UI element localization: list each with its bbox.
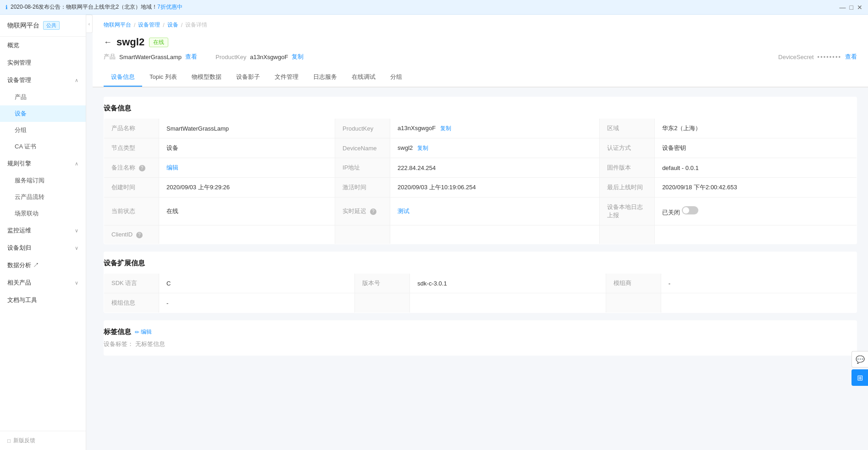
breadcrumb-device-mgmt[interactable]: 设备管理 [138, 21, 160, 29]
test-latency-btn[interactable]: 测试 [398, 208, 409, 214]
info-icon[interactable]: ? [136, 232, 143, 238]
meta-product-link[interactable]: 查看 [185, 53, 197, 61]
grid-float-btn[interactable]: ⊞ [851, 369, 868, 386]
meta-productkey: ProductKey a13nXsgwgoF 复制 [216, 53, 304, 61]
tab-online-debug[interactable]: 在线调试 [344, 68, 383, 87]
sidebar: 物联网平台 公共 概览 实例管理 设备管理 ∧ 产品 设备 分组 CA 证书 规… [0, 15, 86, 450]
field-value: default - 0.0.1 [655, 158, 857, 178]
close-btn[interactable]: ✕ [857, 4, 862, 11]
field-value: 2020/09/03 上午10:19:06.254 [390, 178, 600, 198]
field-label: DeviceName [335, 138, 390, 158]
meta-productkey-copy[interactable]: 复制 [292, 53, 304, 61]
tags-title: 标签信息 [104, 328, 131, 336]
field-value: 已关闭 [655, 198, 857, 225]
sidebar-item-data-analysis[interactable]: 数据分析 ↗ [0, 257, 86, 274]
field-label: ProductKey [335, 119, 390, 138]
copy-devicename-btn[interactable]: 复制 [417, 145, 428, 151]
field-label [606, 293, 661, 313]
tab-thing-model[interactable]: 物模型数据 [184, 68, 229, 87]
sidebar-section-monitor[interactable]: 监控运维 ∨ [0, 222, 86, 239]
sidebar-header: 物联网平台 公共 [0, 15, 86, 37]
field-label: IP地址 [335, 158, 390, 178]
app-badge: 公共 [43, 21, 60, 30]
tab-device-info[interactable]: 设备信息 [104, 68, 142, 87]
sidebar-label-device-category: 设备划归 [7, 244, 31, 252]
tags-content: 设备标签： 无标签信息 [104, 340, 857, 348]
tags-edit-btn[interactable]: ✏ 编辑 [135, 328, 152, 336]
log-upload-toggle[interactable] [682, 206, 698, 214]
sidebar-section-device-category[interactable]: 设备划归 ∨ [0, 239, 86, 257]
table-row: 产品名称 SmartWaterGrassLamp ProductKey a13n… [104, 119, 857, 138]
sidebar-collapse-btn[interactable]: ‹ [86, 15, 93, 33]
breadcrumb-sep3: / [181, 22, 182, 28]
sidebar-item-overview[interactable]: 概览 [0, 37, 86, 54]
field-value: 华东2（上海） [655, 119, 857, 138]
sidebar-item-device[interactable]: 设备 [0, 105, 86, 122]
copy-productkey-btn[interactable]: 复制 [440, 125, 451, 132]
edit-icon: ✏ [135, 329, 139, 335]
page-header: ← swgl2 在线 产品 SmartWaterGrassLamp 查看 Pro… [93, 33, 868, 68]
window-controls: — □ ✕ [840, 4, 862, 11]
table-row: ClientID ? [104, 225, 857, 244]
table-row: 模组信息 - [104, 293, 857, 313]
chat-float-btn[interactable]: 💬 [851, 351, 868, 368]
sidebar-item-ca-cert[interactable]: CA 证书 [0, 138, 86, 155]
sidebar-item-docs[interactable]: 文档与工具 [0, 291, 86, 309]
back-button[interactable]: ← [104, 38, 112, 47]
sidebar-item-instance[interactable]: 实例管理 [0, 54, 86, 71]
field-label: SDK 语言 [104, 274, 159, 293]
field-value: 测试 [390, 198, 600, 225]
info-icon[interactable]: ? [370, 209, 376, 215]
sidebar-section-rules[interactable]: 规则引擎 ∧ [0, 155, 86, 172]
chevron-down-icon-related: ∨ [75, 280, 78, 286]
info-icon[interactable]: ? [139, 165, 145, 171]
sidebar-item-group[interactable]: 分组 [0, 122, 86, 138]
tab-group[interactable]: 分组 [383, 68, 409, 87]
maximize-btn[interactable]: □ [850, 4, 853, 11]
content-area: 设备信息 产品名称 SmartWaterGrassLamp ProductKey… [93, 88, 868, 450]
field-label [355, 293, 410, 313]
page-title: swgl2 [116, 36, 144, 48]
device-info-section: 设备信息 产品名称 SmartWaterGrassLamp ProductKey… [104, 97, 857, 244]
meta-devicesecret: DeviceSecret •••••••• 查看 [778, 53, 857, 61]
field-value: C [159, 274, 355, 293]
tags-section: 标签信息 ✏ 编辑 设备标签： 无标签信息 [104, 320, 857, 356]
tab-topic-list[interactable]: Topic 列表 [142, 68, 184, 87]
sidebar-label-docs: 文档与工具 [7, 296, 37, 304]
field-value: 2020/09/03 上午9:29:26 [159, 178, 335, 198]
field-label: 当前状态 [104, 198, 159, 225]
promotion-link[interactable]: 7折优惠中 [157, 3, 182, 11]
sidebar-item-product[interactable]: 产品 [0, 89, 86, 105]
tab-file-mgmt[interactable]: 文件管理 [267, 68, 306, 87]
field-label [600, 225, 655, 244]
field-label: ClientID ? [104, 225, 159, 244]
field-value: swgl2 复制 [390, 138, 600, 158]
breadcrumb-device[interactable]: 设备 [167, 21, 178, 29]
tabs-bar: 设备信息 Topic 列表 物模型数据 设备影子 文件管理 日志服务 在线调试 … [93, 68, 868, 87]
tab-device-shadow[interactable]: 设备影子 [229, 68, 267, 87]
field-label: 模组商 [606, 274, 661, 293]
meta-productkey-label: ProductKey [216, 54, 246, 60]
sidebar-section-related[interactable]: 相关产品 ∨ [0, 274, 86, 291]
sidebar-footer[interactable]: □ 新版反馈 [0, 431, 86, 450]
device-tags-value: 无标签信息 [135, 340, 165, 347]
edit-remark-btn[interactable]: 编辑 [166, 164, 178, 171]
breadcrumb-iot[interactable]: 物联网平台 [104, 21, 131, 29]
table-row: SDK 语言 C 版本号 sdk-c-3.0.1 模组商 - [104, 274, 857, 293]
minimize-btn[interactable]: — [840, 4, 846, 11]
extended-info-table: SDK 语言 C 版本号 sdk-c-3.0.1 模组商 - 模组信息 - [104, 273, 857, 313]
field-value: 2020/09/18 下午2:00:42.653 [655, 178, 857, 198]
field-value: 编辑 [159, 158, 335, 178]
field-label: 认证方式 [600, 138, 655, 158]
sidebar-item-service-sub[interactable]: 服务端订阅 [0, 172, 86, 189]
meta-devicesecret-link[interactable]: 查看 [845, 53, 857, 61]
sidebar-item-scene-link[interactable]: 场景联动 [0, 205, 86, 222]
chevron-down-icon-category: ∨ [75, 245, 78, 251]
field-label [335, 225, 390, 244]
tab-log-service[interactable]: 日志服务 [306, 68, 344, 87]
meta-productkey-value: a13nXsgwgoF [250, 54, 288, 60]
info-icon: ℹ [6, 4, 8, 11]
sidebar-section-device-mgmt[interactable]: 设备管理 ∧ [0, 71, 86, 89]
announcement-text: 2020-08-26发布公告：物联网平台上线华北2（北京）地域！ [11, 3, 157, 11]
sidebar-item-cloud-forward[interactable]: 云产品流转 [0, 189, 86, 205]
